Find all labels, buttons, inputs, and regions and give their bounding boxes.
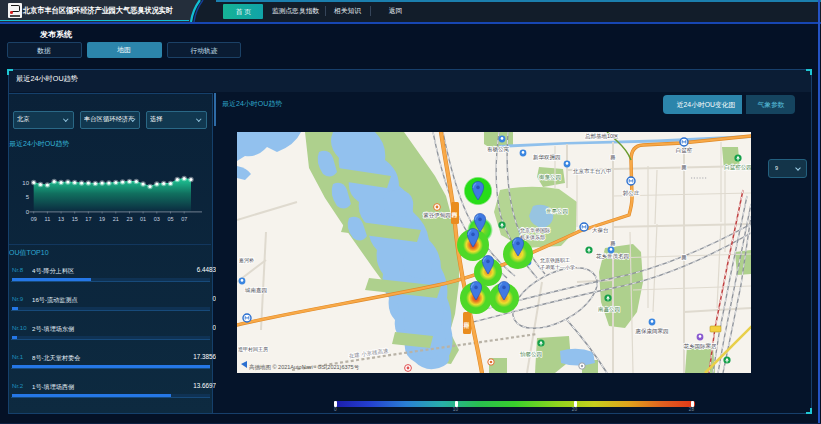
svg-text:北京市丰台八中: 北京市丰台八中 bbox=[572, 168, 612, 175]
svg-text:看杨公寓: 看杨公寓 bbox=[487, 146, 510, 153]
svg-text:01: 01 bbox=[140, 216, 146, 222]
svg-text:23: 23 bbox=[126, 216, 132, 222]
svg-text:机关俱乐部: 机关俱乐部 bbox=[520, 234, 545, 241]
svg-text:19: 19 bbox=[99, 216, 105, 222]
svg-text:总部基地10区: 总部基地10区 bbox=[584, 133, 619, 140]
svg-text:世界公园: 世界公园 bbox=[546, 208, 568, 215]
svg-text:21: 21 bbox=[113, 216, 119, 222]
svg-text:11: 11 bbox=[45, 216, 51, 222]
svg-text:怡馨公园: 怡馨公园 bbox=[520, 351, 542, 358]
svg-text:17: 17 bbox=[85, 216, 91, 222]
svg-text:大葆台: 大葆台 bbox=[592, 227, 609, 233]
svg-text:城南嘉园: 城南嘉园 bbox=[244, 287, 267, 294]
svg-text:10: 10 bbox=[22, 180, 29, 186]
svg-text:07: 07 bbox=[181, 216, 187, 222]
svg-text:北京铁路职工: 北京铁路职工 bbox=[540, 257, 570, 264]
svg-text:5: 5 bbox=[26, 194, 30, 200]
svg-text:紫谷伊甸园: 紫谷伊甸园 bbox=[423, 212, 451, 219]
svg-text:03: 03 bbox=[154, 216, 160, 222]
svg-text:嘉河桥: 嘉河桥 bbox=[239, 257, 254, 264]
svg-text:13: 13 bbox=[58, 216, 64, 222]
svg-text:北京华侨国际: 北京华侨国际 bbox=[520, 227, 550, 234]
svg-text:花乡世茂名园: 花乡世茂名园 bbox=[596, 253, 629, 260]
svg-text:惠保康阔家园: 惠保康阔家园 bbox=[635, 328, 669, 335]
svg-text:0: 0 bbox=[26, 209, 30, 215]
svg-text:花乡国际家居: 花乡国际家居 bbox=[684, 343, 718, 350]
svg-text:白盆窑: 白盆窑 bbox=[676, 147, 693, 154]
svg-text:子弟第十一小学: 子弟第十一小学 bbox=[540, 264, 575, 271]
svg-text:御泉公园: 御泉公园 bbox=[538, 174, 561, 181]
svg-text:新华双拥园: 新华双拥园 bbox=[533, 154, 561, 161]
svg-text:05: 05 bbox=[167, 216, 173, 222]
svg-text:15: 15 bbox=[72, 216, 78, 222]
svg-text:白盆窑公园: 白盆窑公园 bbox=[724, 164, 751, 171]
svg-text:南鑫公园: 南鑫公园 bbox=[598, 306, 620, 313]
svg-text:郭公庄: 郭公庄 bbox=[623, 190, 640, 197]
svg-text:造甲村回王房: 造甲村回王房 bbox=[238, 346, 268, 353]
svg-text:高德地图 © 2021AutoNavi - GS(2021): 高德地图 © 2021AutoNavi - GS(2021)6375号 bbox=[249, 364, 360, 371]
svg-text:09: 09 bbox=[31, 216, 37, 222]
